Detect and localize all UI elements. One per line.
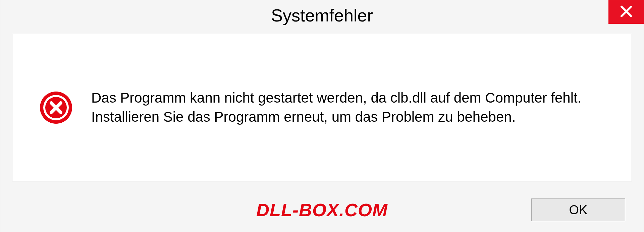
error-message: Das Programm kann nicht gestartet werden… [91, 89, 611, 126]
close-button[interactable] [608, 0, 644, 24]
ok-button[interactable]: OK [531, 198, 625, 221]
dialog-title: Systemfehler [271, 5, 373, 25]
watermark-text: DLL-BOX.COM [256, 199, 388, 220]
footer: DLL-BOX.COM OK [0, 188, 644, 232]
titlebar: Systemfehler [0, 0, 644, 31]
error-dialog: Systemfehler Das Programm kann nicht ges… [0, 0, 644, 232]
error-icon [39, 91, 73, 124]
close-icon [620, 5, 633, 19]
content-area: Das Programm kann nicht gestartet werden… [12, 34, 632, 181]
